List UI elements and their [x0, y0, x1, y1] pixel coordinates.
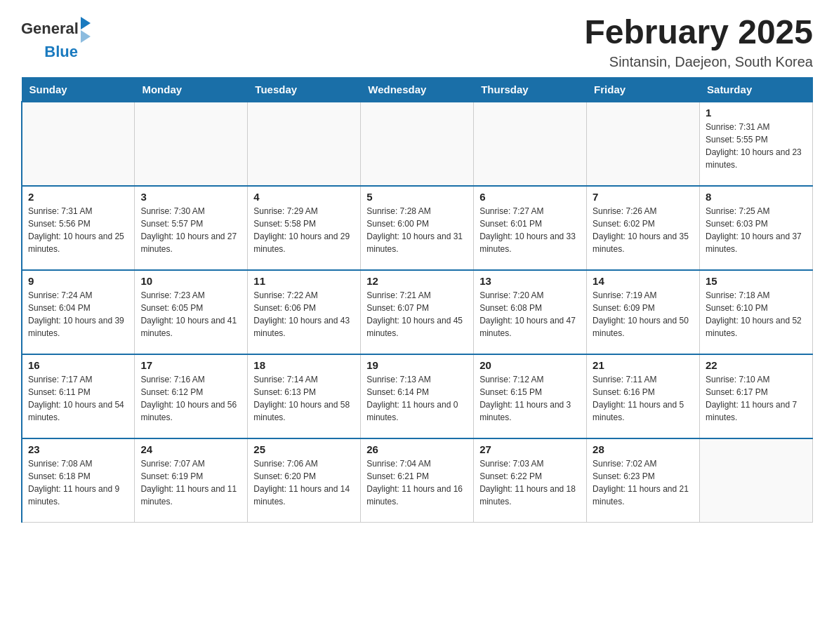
column-header-thursday: Thursday: [474, 77, 587, 102]
day-info: Sunrise: 7:07 AMSunset: 6:19 PMDaylight:…: [140, 457, 241, 508]
calendar-cell: [135, 102, 248, 186]
calendar-cell: 6Sunrise: 7:27 AMSunset: 6:01 PMDaylight…: [474, 186, 587, 270]
calendar-cell: 1Sunrise: 7:31 AMSunset: 5:55 PMDaylight…: [700, 102, 813, 186]
calendar-cell: [248, 102, 361, 186]
column-header-wednesday: Wednesday: [361, 77, 474, 102]
day-number: 18: [253, 359, 355, 371]
day-info: Sunrise: 7:26 AMSunset: 6:02 PMDaylight:…: [593, 205, 694, 255]
day-number: 4: [253, 191, 355, 203]
calendar-week-row: 16Sunrise: 7:17 AMSunset: 6:11 PMDayligh…: [22, 354, 813, 438]
calendar-cell: 19Sunrise: 7:13 AMSunset: 6:14 PMDayligh…: [361, 354, 474, 438]
day-info: Sunrise: 7:10 AMSunset: 6:17 PMDaylight:…: [706, 373, 807, 424]
calendar-cell: 10Sunrise: 7:23 AMSunset: 6:05 PMDayligh…: [135, 270, 248, 354]
column-header-sunday: Sunday: [22, 77, 135, 102]
calendar-cell: 8Sunrise: 7:25 AMSunset: 6:03 PMDaylight…: [700, 186, 813, 270]
day-info: Sunrise: 7:18 AMSunset: 6:10 PMDaylight:…: [706, 289, 807, 340]
day-info: Sunrise: 7:20 AMSunset: 6:08 PMDaylight:…: [479, 289, 581, 340]
calendar-week-row: 1Sunrise: 7:31 AMSunset: 5:55 PMDaylight…: [22, 102, 813, 186]
day-info: Sunrise: 7:27 AMSunset: 6:01 PMDaylight:…: [479, 205, 581, 255]
calendar-cell: [587, 102, 700, 186]
day-info: Sunrise: 7:16 AMSunset: 6:12 PMDaylight:…: [140, 373, 241, 424]
day-number: 20: [479, 359, 581, 371]
calendar-cell: 23Sunrise: 7:08 AMSunset: 6:18 PMDayligh…: [22, 438, 135, 523]
day-number: 12: [366, 275, 468, 287]
day-info: Sunrise: 7:08 AMSunset: 6:18 PMDaylight:…: [28, 457, 128, 508]
calendar-cell: 27Sunrise: 7:03 AMSunset: 6:22 PMDayligh…: [474, 438, 587, 523]
calendar-cell: 24Sunrise: 7:07 AMSunset: 6:19 PMDayligh…: [135, 438, 248, 523]
calendar-cell: [22, 102, 135, 186]
column-header-saturday: Saturday: [700, 77, 813, 102]
day-info: Sunrise: 7:17 AMSunset: 6:11 PMDaylight:…: [28, 373, 128, 424]
calendar-cell: 22Sunrise: 7:10 AMSunset: 6:17 PMDayligh…: [700, 354, 813, 438]
calendar-cell: 14Sunrise: 7:19 AMSunset: 6:09 PMDayligh…: [587, 270, 700, 354]
calendar-cell: 12Sunrise: 7:21 AMSunset: 6:07 PMDayligh…: [361, 270, 474, 354]
day-info: Sunrise: 7:13 AMSunset: 6:14 PMDaylight:…: [366, 373, 468, 424]
day-number: 7: [593, 191, 694, 203]
logo-general: General: [21, 20, 79, 38]
calendar-cell: 20Sunrise: 7:12 AMSunset: 6:15 PMDayligh…: [474, 354, 587, 438]
day-info: Sunrise: 7:14 AMSunset: 6:13 PMDaylight:…: [253, 373, 355, 424]
calendar-cell: 9Sunrise: 7:24 AMSunset: 6:04 PMDaylight…: [22, 270, 135, 354]
calendar-cell: 4Sunrise: 7:29 AMSunset: 5:58 PMDaylight…: [248, 186, 361, 270]
day-number: 3: [140, 191, 241, 203]
day-info: Sunrise: 7:23 AMSunset: 6:05 PMDaylight:…: [140, 289, 241, 340]
column-header-friday: Friday: [587, 77, 700, 102]
day-number: 1: [706, 107, 807, 119]
day-info: Sunrise: 7:31 AMSunset: 5:55 PMDaylight:…: [706, 121, 807, 171]
day-number: 5: [366, 191, 468, 203]
calendar-cell: [361, 102, 474, 186]
day-number: 6: [479, 191, 581, 203]
day-info: Sunrise: 7:24 AMSunset: 6:04 PMDaylight:…: [28, 289, 128, 340]
title-block: February 2025 Sintansin, Daejeon, South …: [584, 14, 813, 70]
day-info: Sunrise: 7:30 AMSunset: 5:57 PMDaylight:…: [140, 205, 241, 255]
day-info: Sunrise: 7:28 AMSunset: 6:00 PMDaylight:…: [366, 205, 468, 255]
day-number: 11: [253, 275, 355, 287]
calendar-cell: 16Sunrise: 7:17 AMSunset: 6:11 PMDayligh…: [22, 354, 135, 438]
calendar-table: SundayMondayTuesdayWednesdayThursdayFrid…: [21, 77, 813, 523]
calendar-cell: 5Sunrise: 7:28 AMSunset: 6:00 PMDaylight…: [361, 186, 474, 270]
calendar-cell: 21Sunrise: 7:11 AMSunset: 6:16 PMDayligh…: [587, 354, 700, 438]
page-header: General Blue February 2025 Sintansin, Da…: [21, 14, 813, 70]
day-number: 26: [366, 443, 468, 455]
calendar-cell: 17Sunrise: 7:16 AMSunset: 6:12 PMDayligh…: [135, 354, 248, 438]
day-info: Sunrise: 7:12 AMSunset: 6:15 PMDaylight:…: [479, 373, 581, 424]
day-number: 28: [593, 443, 694, 455]
column-header-tuesday: Tuesday: [248, 77, 361, 102]
day-number: 25: [253, 443, 355, 455]
day-info: Sunrise: 7:22 AMSunset: 6:06 PMDaylight:…: [253, 289, 355, 340]
calendar-cell: 11Sunrise: 7:22 AMSunset: 6:06 PMDayligh…: [248, 270, 361, 354]
day-number: 17: [140, 359, 241, 371]
day-info: Sunrise: 7:25 AMSunset: 6:03 PMDaylight:…: [706, 205, 807, 255]
calendar-cell: 28Sunrise: 7:02 AMSunset: 6:23 PMDayligh…: [587, 438, 700, 523]
calendar-cell: 18Sunrise: 7:14 AMSunset: 6:13 PMDayligh…: [248, 354, 361, 438]
day-info: Sunrise: 7:02 AMSunset: 6:23 PMDaylight:…: [593, 457, 694, 508]
day-number: 22: [706, 359, 807, 371]
day-number: 16: [28, 359, 128, 371]
month-title: February 2025: [584, 14, 813, 51]
day-info: Sunrise: 7:03 AMSunset: 6:22 PMDaylight:…: [479, 457, 581, 508]
day-info: Sunrise: 7:31 AMSunset: 5:56 PMDaylight:…: [28, 205, 128, 255]
calendar-header-row: SundayMondayTuesdayWednesdayThursdayFrid…: [22, 77, 813, 102]
day-number: 14: [593, 275, 694, 287]
day-number: 10: [140, 275, 241, 287]
day-number: 27: [479, 443, 581, 455]
day-number: 2: [28, 191, 128, 203]
day-number: 19: [366, 359, 468, 371]
day-number: 23: [28, 443, 128, 455]
calendar-cell: 26Sunrise: 7:04 AMSunset: 6:21 PMDayligh…: [361, 438, 474, 523]
day-number: 21: [593, 359, 694, 371]
calendar-cell: 7Sunrise: 7:26 AMSunset: 6:02 PMDaylight…: [587, 186, 700, 270]
calendar-week-row: 23Sunrise: 7:08 AMSunset: 6:18 PMDayligh…: [22, 438, 813, 523]
day-number: 15: [706, 275, 807, 287]
day-info: Sunrise: 7:06 AMSunset: 6:20 PMDaylight:…: [253, 457, 355, 508]
day-number: 13: [479, 275, 581, 287]
calendar-cell: [700, 438, 813, 523]
calendar-cell: 3Sunrise: 7:30 AMSunset: 5:57 PMDaylight…: [135, 186, 248, 270]
calendar-cell: 13Sunrise: 7:20 AMSunset: 6:08 PMDayligh…: [474, 270, 587, 354]
day-number: 24: [140, 443, 241, 455]
column-header-monday: Monday: [135, 77, 248, 102]
logo-blue: Blue: [44, 43, 78, 61]
calendar-week-row: 9Sunrise: 7:24 AMSunset: 6:04 PMDaylight…: [22, 270, 813, 354]
day-info: Sunrise: 7:21 AMSunset: 6:07 PMDaylight:…: [366, 289, 468, 340]
day-number: 8: [706, 191, 807, 203]
